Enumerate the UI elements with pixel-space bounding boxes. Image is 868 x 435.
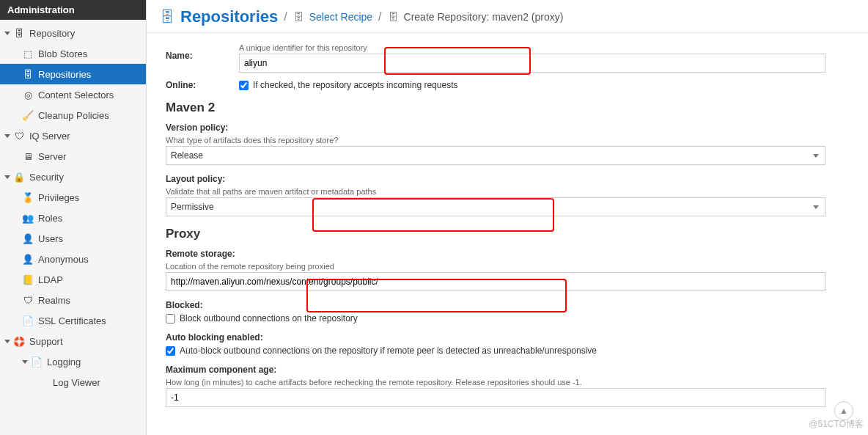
sidebar-item-iq-server[interactable]: 🛡IQ Server [0, 125, 146, 146]
remote-storage-label: Remote storage: [166, 249, 849, 259]
max-age-help: How long (in minutes) to cache artifacts… [166, 378, 849, 387]
caret-icon [4, 134, 10, 138]
sidebar-item-repository[interactable]: 🗄Repository [0, 23, 146, 43]
sidebar-item-support[interactable]: 🛟Support [0, 331, 146, 351]
sidebar-item-label: Server [38, 151, 66, 162]
blocked-label: Blocked: [166, 300, 849, 310]
watermark: @51CTO博客 [809, 418, 864, 431]
caret-icon [22, 360, 28, 364]
sidebar-item-blob-stores[interactable]: ⬚Blob Stores [0, 43, 146, 64]
privileges-icon: 🏅 [22, 191, 34, 203]
sidebar: Administration 🗄Repository⬚Blob Stores🗄R… [0, 0, 147, 435]
remote-storage-input[interactable] [166, 272, 825, 291]
sidebar-item-label: Anonymous [38, 254, 89, 265]
sidebar-item-label: Security [29, 172, 64, 183]
logging-icon: 📄 [31, 356, 43, 368]
proxy-heading: Proxy [166, 227, 849, 241]
online-label: Online: [166, 80, 239, 90]
name-label: Name: [166, 43, 239, 61]
realms-icon: 🛡 [22, 294, 34, 306]
sidebar-item-label: Repository [29, 28, 75, 39]
sidebar-item-label: SSL Certificates [38, 315, 106, 326]
database-icon: 🗄 [160, 9, 174, 26]
server-icon: 🖥 [22, 150, 34, 162]
anonymous-icon: 👤 [22, 253, 34, 265]
database-icon: 🗄 [293, 11, 304, 23]
sidebar-item-label: Repositories [38, 69, 91, 80]
breadcrumb-sep: / [378, 10, 381, 23]
version-policy-value: Release [171, 150, 203, 161]
online-checkbox[interactable] [239, 81, 249, 90]
layout-policy-select[interactable]: Permissive [166, 197, 825, 216]
page-title[interactable]: Repositories [180, 7, 278, 26]
max-age-label: Maximum component age: [166, 365, 849, 375]
caret-icon [4, 32, 10, 35]
breadcrumb-select-recipe[interactable]: Select Recipe [309, 11, 372, 23]
online-text: If checked, the repository accepts incom… [253, 80, 457, 90]
sidebar-item-content-selectors[interactable]: ◎Content Selectors [0, 84, 146, 105]
maven2-heading: Maven 2 [166, 100, 849, 115]
version-policy-help: What type of artifacts does this reposit… [166, 136, 849, 145]
auto-blocking-label: Auto blocking enabled: [166, 332, 849, 343]
caret-icon [4, 340, 10, 343]
sidebar-item-privileges[interactable]: 🏅Privileges [0, 187, 146, 208]
sidebar-item-label: Content Selectors [38, 89, 114, 100]
form: Name: A unique identifier for this repos… [147, 33, 868, 426]
main-content: 🗄 Repositories / 🗄 Select Recipe / 🗄 Cre… [147, 0, 868, 435]
breadcrumb: 🗄 Repositories / 🗄 Select Recipe / 🗄 Cre… [147, 0, 868, 33]
users-icon: 👤 [22, 233, 34, 244]
version-policy-select[interactable]: Release [166, 146, 825, 165]
support-icon: 🛟 [13, 335, 25, 347]
roles-icon: 👥 [22, 212, 34, 224]
security-icon: 🔒 [13, 171, 25, 183]
cleanup-policies-icon: 🧹 [22, 109, 34, 121]
ldap-icon: 📒 [22, 274, 34, 285]
sidebar-item-label: Users [38, 233, 63, 244]
sidebar-item-server[interactable]: 🖥Server [0, 146, 146, 167]
caret-icon [4, 175, 10, 179]
content-selectors-icon: ◎ [22, 89, 34, 100]
sidebar-nav: 🗄Repository⬚Blob Stores🗄Repositories◎Con… [0, 20, 146, 395]
layout-policy-label: Layout policy: [166, 174, 849, 184]
sidebar-item-label: Roles [38, 213, 62, 224]
name-input[interactable] [239, 54, 825, 73]
sidebar-item-label: IQ Server [29, 131, 70, 142]
iq-server-icon: 🛡 [13, 130, 25, 142]
remote-storage-help: Location of the remote repository being … [166, 262, 849, 271]
sidebar-item-label: Blob Stores [38, 48, 87, 59]
sidebar-item-label: Log Viewer [53, 377, 100, 388]
layout-policy-value: Permissive [171, 202, 214, 212]
sidebar-item-users[interactable]: 👤Users [0, 228, 146, 249]
sidebar-item-anonymous[interactable]: 👤Anonymous [0, 249, 146, 269]
layout-policy-help: Validate that all paths are maven artifa… [166, 187, 849, 196]
sidebar-item-repositories[interactable]: 🗄Repositories [0, 64, 146, 84]
blocked-checkbox[interactable] [166, 314, 175, 323]
sidebar-item-realms[interactable]: 🛡Realms [0, 290, 146, 310]
sidebar-item-ldap[interactable]: 📒LDAP [0, 269, 146, 290]
sidebar-item-label: Logging [47, 357, 81, 368]
ssl-certificates-icon: 📄 [22, 315, 34, 326]
version-policy-label: Version policy: [166, 123, 849, 133]
sidebar-item-label: LDAP [38, 274, 63, 285]
database-icon: 🗄 [388, 11, 398, 23]
sidebar-item-cleanup-policies[interactable]: 🧹Cleanup Policies [0, 105, 146, 125]
sidebar-item-label: Support [29, 336, 63, 347]
sidebar-item-label: Cleanup Policies [38, 110, 109, 121]
repositories-icon: 🗄 [22, 68, 34, 80]
auto-blocking-checkbox[interactable] [166, 346, 175, 356]
log-viewer-icon [37, 376, 48, 388]
sidebar-title: Administration [0, 0, 146, 20]
auto-blocking-text: Auto-block outbound connections on the r… [180, 346, 597, 356]
breadcrumb-sep: / [284, 10, 287, 23]
blocked-text: Block outbound connections on the reposi… [180, 313, 358, 323]
max-age-input[interactable] [166, 388, 825, 407]
blob-stores-icon: ⬚ [22, 48, 34, 59]
sidebar-item-label: Privileges [38, 192, 79, 203]
sidebar-item-log-viewer[interactable]: Log Viewer [0, 372, 146, 392]
sidebar-item-ssl-certificates[interactable]: 📄SSL Certificates [0, 310, 146, 331]
sidebar-item-roles[interactable]: 👥Roles [0, 208, 146, 228]
name-help: A unique identifier for this repository [239, 43, 849, 52]
sidebar-item-logging[interactable]: 📄Logging [0, 351, 146, 372]
sidebar-item-security[interactable]: 🔒Security [0, 167, 146, 187]
breadcrumb-current: Create Repository: maven2 (proxy) [404, 11, 564, 23]
